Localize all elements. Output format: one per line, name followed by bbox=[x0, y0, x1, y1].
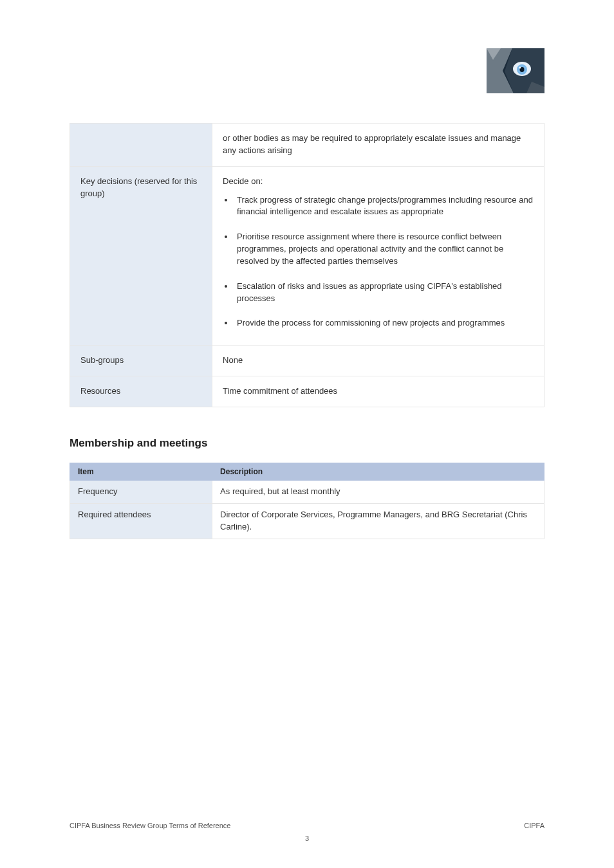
svg-point-4 bbox=[519, 67, 521, 69]
row-label: Sub-groups bbox=[70, 346, 212, 376]
table-row: Required attendees Director of Corporate… bbox=[70, 503, 544, 539]
footer-right: CIPFA bbox=[524, 822, 544, 829]
row-label bbox=[70, 124, 212, 167]
row-value: As required, but at least monthly bbox=[212, 480, 544, 503]
table-row: Key decisions (reserved for this group) … bbox=[70, 166, 544, 346]
row-label: Key decisions (reserved for this group) bbox=[70, 166, 212, 346]
table-row: Resources Time commitment of attendees bbox=[70, 376, 544, 407]
row-value: Decide on: Track progress of strategic c… bbox=[212, 166, 544, 346]
table-row: Frequency As required, but at least mont… bbox=[70, 480, 544, 503]
page-container: or other bodies as may be required to ap… bbox=[0, 0, 614, 868]
bullet-item: Prioritise resource assignment where the… bbox=[234, 231, 534, 268]
bullets-intro: Decide on: bbox=[223, 176, 534, 188]
table-row: Sub-groups None bbox=[70, 346, 544, 376]
row-label: Required attendees bbox=[70, 503, 212, 539]
bullet-item: Provide the process for commissioning of… bbox=[234, 317, 534, 329]
col-header-description: Description bbox=[212, 463, 544, 480]
row-label: Frequency bbox=[70, 480, 212, 503]
logo-image bbox=[487, 48, 544, 93]
row-value: Director of Corporate Services, Programm… bbox=[212, 503, 544, 539]
bullet-item: Track progress of strategic change proje… bbox=[234, 194, 534, 219]
bullet-list: Track progress of strategic change proje… bbox=[234, 194, 534, 330]
page-footer: CIPFA Business Review Group Terms of Ref… bbox=[70, 822, 544, 829]
table-header-row: Item Description bbox=[70, 463, 544, 480]
footer-page-number: 3 bbox=[0, 835, 614, 842]
section-heading-membership: Membership and meetings bbox=[70, 437, 544, 450]
row-value: Time commitment of attendees bbox=[212, 376, 544, 407]
table-membership: Item Description Frequency As required, … bbox=[70, 463, 544, 539]
footer-left: CIPFA Business Review Group Terms of Ref… bbox=[70, 822, 230, 829]
bullet-item: Escalation of risks and issues as approp… bbox=[234, 281, 534, 305]
row-label: Resources bbox=[70, 376, 212, 407]
col-header-item: Item bbox=[70, 463, 212, 480]
wolf-eye-logo bbox=[487, 48, 544, 93]
row-value: or other bodies as may be required to ap… bbox=[212, 124, 544, 167]
table-purpose: or other bodies as may be required to ap… bbox=[70, 123, 544, 407]
table-row: or other bodies as may be required to ap… bbox=[70, 124, 544, 167]
row-value: None bbox=[212, 346, 544, 376]
